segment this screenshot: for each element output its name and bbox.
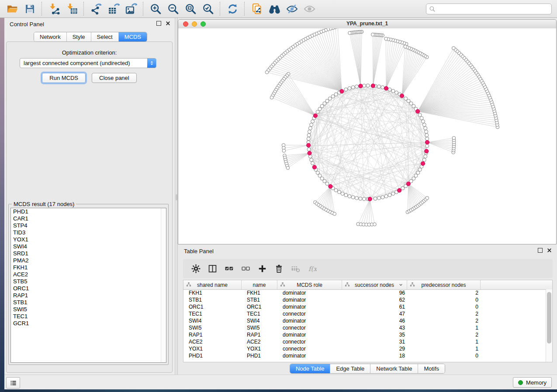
mcds-result-item[interactable]: SWI4 (11, 243, 166, 250)
import-network-from-file-button[interactable] (45, 1, 63, 17)
cell-MCDS-role: connector (277, 324, 342, 331)
minimize-window-icon[interactable] (192, 21, 197, 27)
optimization-criterion-select[interactable]: largest connected component (undirected) (20, 58, 156, 68)
import-table-from-file-button[interactable] (63, 1, 80, 17)
cell-MCDS-role: connector (277, 345, 342, 352)
tab-network[interactable]: Network (34, 32, 66, 41)
mcds-result-item[interactable]: PHD1 (11, 208, 166, 215)
cell-predecessor-nodes: 2 (407, 289, 481, 296)
table-row[interactable]: TEC1TEC1connector472 (183, 310, 546, 317)
table-scrollbar[interactable] (546, 289, 552, 362)
table-row[interactable]: ACE2ACE2connector311 (183, 338, 546, 345)
clone-network-button[interactable] (248, 1, 266, 17)
table-row[interactable]: FKH1FKH1dominator962 (183, 289, 546, 296)
show-panels-button[interactable] (6, 377, 20, 389)
export-network-icon (90, 3, 102, 15)
tab-mcds[interactable]: MCDS (118, 32, 147, 41)
delete-columns-button[interactable] (270, 261, 287, 276)
mcds-result-item[interactable]: CAR1 (11, 215, 166, 222)
float-panel-icon[interactable] (156, 21, 161, 26)
maximize-window-icon[interactable] (201, 21, 206, 27)
cell-shared-name: PHD1 (183, 352, 242, 359)
zoom-out-button[interactable] (164, 1, 182, 17)
zoom-in-button[interactable] (147, 1, 164, 17)
column-header-shared-name[interactable]: shared name (183, 280, 242, 289)
desktop-wallpaper-left (0, 18, 4, 392)
export-network-button[interactable] (87, 1, 105, 17)
vertical-splitter[interactable] (175, 18, 178, 375)
table-row[interactable]: STB1STB1dominator620 (183, 296, 546, 303)
apply-layout-button[interactable] (224, 1, 241, 17)
tab-network-table[interactable]: Network Table (370, 364, 418, 373)
table-row[interactable]: SWI5SWI5connector431 (183, 324, 546, 331)
create-new-column-button[interactable] (254, 261, 270, 276)
deselect-all-rows-button[interactable] (237, 261, 254, 276)
open-file-button[interactable] (3, 1, 21, 17)
tab-motifs[interactable]: Motifs (418, 364, 445, 373)
column-header-MCDS-role[interactable]: MCDS role (277, 280, 342, 289)
table-header-row: shared namenameMCDS rolesuccessor nodesp… (183, 280, 552, 290)
mcds-result-item[interactable]: TID3 (11, 229, 166, 236)
mcds-result-items: PHD1CAR1STP4TID3YOX1SWI4SRD1PMA2FKH1ACE2… (11, 208, 166, 327)
column-header-predecessor-nodes[interactable]: predecessor nodes (407, 280, 481, 289)
toolbar-separator (220, 2, 221, 16)
float-table-panel-icon[interactable] (538, 248, 543, 253)
mcds-result-item[interactable]: STB5 (11, 278, 166, 285)
tab-style[interactable]: Style (66, 32, 91, 41)
cell-successor-nodes: 43 (342, 324, 407, 331)
table-row[interactable]: YOX1YOX1connector291 (183, 345, 546, 352)
cell-shared-name: FKH1 (183, 289, 242, 296)
toggle-preview-button[interactable] (301, 1, 318, 17)
network-window-titlebar[interactable]: YPA_prune.txt_1 (178, 20, 556, 29)
table-row[interactable]: ORC1ORC1dominator610 (183, 303, 546, 310)
tab-node-table[interactable]: Node Table (290, 364, 330, 373)
close-panel-icon[interactable] (166, 21, 170, 26)
mcds-result-item[interactable]: SRD1 (11, 250, 166, 257)
tab-select[interactable]: Select (91, 32, 118, 41)
node-table: shared namenameMCDS rolesuccessor nodesp… (183, 280, 553, 362)
network-view-window: YPA_prune.txt_1 (178, 19, 557, 244)
memory-button[interactable]: Memory (513, 377, 552, 388)
zoom-fit-content-button[interactable] (182, 1, 199, 17)
cell-name: ACE2 (242, 338, 277, 345)
close-panel-button[interactable]: Close panel (92, 73, 137, 83)
table-row[interactable]: RAP1RAP1dominator352 (183, 331, 546, 338)
mcds-result-item[interactable]: SWI5 (11, 306, 166, 313)
column-header-successor-nodes[interactable]: successor nodes (342, 280, 407, 289)
table-scrollbar-thumb[interactable] (547, 292, 551, 344)
toggle-column-view-button[interactable] (204, 261, 221, 276)
mcds-result-item[interactable]: TEC1 (11, 313, 166, 320)
save-session-button[interactable] (21, 1, 38, 17)
show-hide-graphics-details-button[interactable] (283, 1, 301, 17)
cell-successor-nodes: 31 (342, 338, 407, 345)
mcds-result-item[interactable]: YOX1 (11, 236, 166, 243)
find-button[interactable] (266, 1, 283, 17)
mcds-result-item[interactable]: STB1 (11, 299, 166, 306)
table-row[interactable]: PHD1PHD1dominator180 (183, 352, 546, 359)
mcds-list-scrollbar[interactable] (161, 208, 166, 362)
network-canvas[interactable] (178, 28, 556, 244)
column-header-name[interactable]: name (242, 280, 277, 289)
export-table-button[interactable] (105, 1, 122, 17)
main-toolbar (0, 0, 557, 18)
tab-edge-table[interactable]: Edge Table (330, 364, 370, 373)
mcds-result-item[interactable]: ORC1 (11, 285, 166, 292)
mcds-result-item[interactable]: PMA2 (11, 257, 166, 264)
table-row[interactable]: SWI4SWI4dominator462 (183, 317, 546, 324)
close-table-panel-icon[interactable] (547, 248, 552, 253)
mcds-result-item[interactable]: STP4 (11, 222, 166, 229)
export-image-button[interactable] (122, 1, 140, 17)
mcds-result-item[interactable]: FKH1 (11, 264, 166, 271)
network-graph[interactable] (178, 28, 556, 244)
search-input[interactable] (437, 4, 551, 14)
mcds-result-item[interactable]: GCR1 (11, 320, 166, 327)
column-header-filler (481, 280, 552, 289)
close-window-icon[interactable] (183, 21, 188, 27)
select-all-rows-button[interactable] (221, 261, 237, 276)
cell-MCDS-role: dominator (277, 331, 342, 338)
mcds-result-item[interactable]: ACE2 (11, 271, 166, 278)
run-mcds-button[interactable]: Run MCDS (42, 73, 86, 83)
table-settings-button[interactable] (187, 261, 204, 276)
mcds-result-item[interactable]: RAP1 (11, 292, 166, 299)
zoom-selected-button[interactable] (199, 1, 217, 17)
